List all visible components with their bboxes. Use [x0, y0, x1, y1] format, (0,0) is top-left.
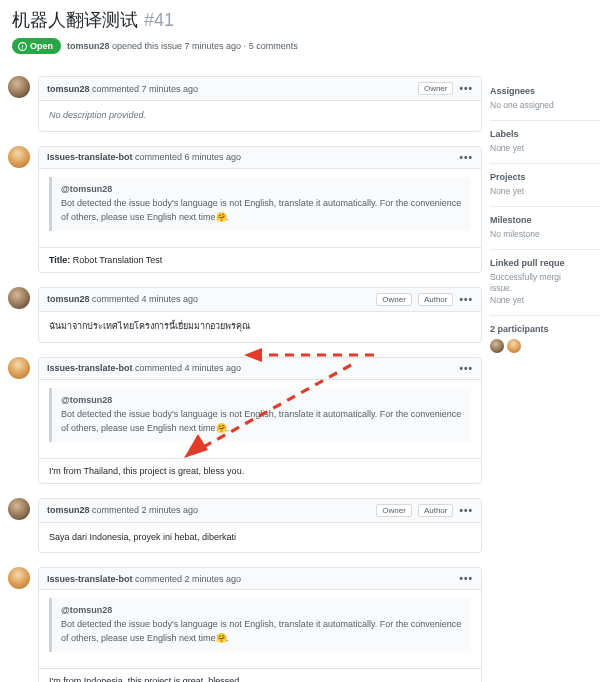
comment-card: Issues-translate-bot commented 6 minutes… — [38, 146, 482, 273]
comment-body: @tomsun28Bot detected the issue body's l… — [39, 590, 481, 668]
translated-title-label: Title: — [49, 255, 70, 265]
quote-text: Bot detected the issue body's language i… — [61, 198, 461, 222]
sidebar-section-title: Assignees — [490, 86, 594, 96]
sidebar-section-title: 2 participants — [490, 324, 594, 334]
quote-block: @tomsun28Bot detected the issue body's l… — [49, 177, 471, 231]
user-avatar[interactable] — [8, 76, 30, 98]
comment-actions-menu[interactable]: ••• — [459, 573, 473, 584]
quote-text: Bot detected the issue body's language i… — [61, 409, 461, 433]
sidebar-milestone[interactable]: Milestone No milestone — [490, 207, 600, 250]
quote-block: @tomsun28Bot detected the issue body's l… — [49, 388, 471, 442]
issue-number: #41 — [144, 10, 174, 31]
translated-title-row: Title: Robot Translation Test — [39, 247, 481, 272]
sidebar-participants: 2 participants — [490, 316, 600, 361]
comment-author-link[interactable]: tomsun28 — [47, 294, 90, 304]
sidebar-section-title: Milestone — [490, 215, 594, 225]
user-mention[interactable]: @tomsun28 — [61, 394, 462, 408]
sidebar-section-body: No milestone — [490, 229, 594, 241]
timeline: tomsun28 commented 7 minutes agoOwner•••… — [8, 68, 482, 682]
sidebar-section-title: Projects — [490, 172, 594, 182]
comment: tomsun28 commented 2 minutes agoOwnerAut… — [8, 498, 482, 554]
owner-badge: Owner — [376, 504, 412, 517]
comment-body: @tomsun28Bot detected the issue body's l… — [39, 169, 481, 247]
comment-header: tomsun28 commented 7 minutes agoOwner••• — [39, 77, 481, 101]
participant-avatar[interactable] — [490, 339, 504, 353]
comment-timestamp: commented 2 minutes ago — [135, 574, 241, 584]
comment-author-link[interactable]: tomsun28 — [47, 84, 90, 94]
sidebar-section-title: Linked pull reque — [490, 258, 594, 268]
comment-actions-menu[interactable]: ••• — [459, 152, 473, 163]
comment-timestamp: commented 7 minutes ago — [92, 84, 198, 94]
comment-timestamp: commented 4 minutes ago — [92, 294, 198, 304]
sidebar-labels[interactable]: Labels None yet — [490, 121, 600, 164]
comment: tomsun28 commented 4 minutes agoOwnerAut… — [8, 287, 482, 343]
issue-opener-link[interactable]: tomsun28 — [67, 41, 110, 51]
user-mention[interactable]: @tomsun28 — [61, 604, 462, 618]
issue-state-label: Open — [30, 41, 53, 51]
user-mention[interactable]: @tomsun28 — [61, 183, 462, 197]
comment-timestamp: commented 4 minutes ago — [135, 363, 241, 373]
bot-avatar[interactable] — [8, 567, 30, 589]
owner-badge: Owner — [376, 293, 412, 306]
comment-body: Saya dari Indonesia, proyek ini hebat, d… — [39, 523, 481, 553]
translated-body-row: I'm from Thailand, this project is great… — [39, 458, 481, 483]
comment-actions-menu[interactable]: ••• — [459, 294, 473, 305]
sidebar-section-body: None yet — [490, 143, 594, 155]
translated-body-row: I'm from Indonesia, this project is grea… — [39, 668, 481, 682]
quote-block: @tomsun28Bot detected the issue body's l… — [49, 598, 471, 652]
sidebar-section-body: Successfully mergi issue. None yet — [490, 272, 594, 308]
issue-meta-text: tomsun28 opened this issue 7 minutes ago… — [67, 41, 298, 51]
comment-card: tomsun28 commented 7 minutes agoOwner•••… — [38, 76, 482, 132]
sidebar-projects[interactable]: Projects None yet — [490, 164, 600, 207]
participant-avatar[interactable] — [507, 339, 521, 353]
owner-badge: Owner — [418, 82, 454, 95]
comment: Issues-translate-bot commented 4 minutes… — [8, 357, 482, 484]
issue-state-badge: Open — [12, 38, 61, 54]
comment-header: Issues-translate-bot commented 4 minutes… — [39, 358, 481, 380]
comment: tomsun28 commented 7 minutes agoOwner•••… — [8, 76, 482, 132]
user-avatar[interactable] — [8, 498, 30, 520]
comment-author-link[interactable]: tomsun28 — [47, 505, 90, 515]
comment-body: No description provided. — [39, 101, 481, 131]
author-badge: Author — [418, 293, 454, 306]
comment-author-link[interactable]: Issues-translate-bot — [47, 152, 133, 162]
comment-author-link[interactable]: Issues-translate-bot — [47, 363, 133, 373]
translated-title-value: Robot Translation Test — [73, 255, 162, 265]
sidebar-assignees[interactable]: Assignees No one assigned — [490, 78, 600, 121]
comment-actions-menu[interactable]: ••• — [459, 83, 473, 94]
comment: Issues-translate-bot commented 6 minutes… — [8, 146, 482, 273]
comment-header: Issues-translate-bot commented 6 minutes… — [39, 147, 481, 169]
empty-description-text: No description provided. — [49, 110, 146, 120]
comment-timestamp: commented 6 minutes ago — [135, 152, 241, 162]
comment-body: ฉันมาจากประเทศไทยโครงการนี้เยี่ยมมากอวยพ… — [39, 312, 481, 342]
author-badge: Author — [418, 504, 454, 517]
sidebar: Assignees No one assigned Labels None ye… — [490, 68, 600, 682]
sidebar-section-body: None yet — [490, 186, 594, 198]
comment-card: Issues-translate-bot commented 4 minutes… — [38, 357, 482, 484]
sidebar-linked-pr[interactable]: Linked pull reque Successfully mergi iss… — [490, 250, 600, 317]
quote-text: Bot detected the issue body's language i… — [61, 619, 461, 643]
comment-header: tomsun28 commented 2 minutes agoOwnerAut… — [39, 499, 481, 523]
sidebar-section-body: No one assigned — [490, 100, 594, 112]
user-avatar[interactable] — [8, 287, 30, 309]
comment-author-link[interactable]: Issues-translate-bot — [47, 574, 133, 584]
comment-timestamp: commented 2 minutes ago — [92, 505, 198, 515]
issue-title: 机器人翻译测试 — [12, 8, 138, 32]
comment-body: @tomsun28Bot detected the issue body's l… — [39, 380, 481, 458]
comment-header: Issues-translate-bot commented 2 minutes… — [39, 568, 481, 590]
comment: Issues-translate-bot commented 2 minutes… — [8, 567, 482, 682]
issue-open-icon — [18, 42, 27, 51]
comment-card: tomsun28 commented 4 minutes agoOwnerAut… — [38, 287, 482, 343]
comment-actions-menu[interactable]: ••• — [459, 505, 473, 516]
comment-card: tomsun28 commented 2 minutes agoOwnerAut… — [38, 498, 482, 554]
comment-header: tomsun28 commented 4 minutes agoOwnerAut… — [39, 288, 481, 312]
bot-avatar[interactable] — [8, 357, 30, 379]
comment-actions-menu[interactable]: ••• — [459, 363, 473, 374]
sidebar-section-title: Labels — [490, 129, 594, 139]
bot-avatar[interactable] — [8, 146, 30, 168]
comment-card: Issues-translate-bot commented 2 minutes… — [38, 567, 482, 682]
